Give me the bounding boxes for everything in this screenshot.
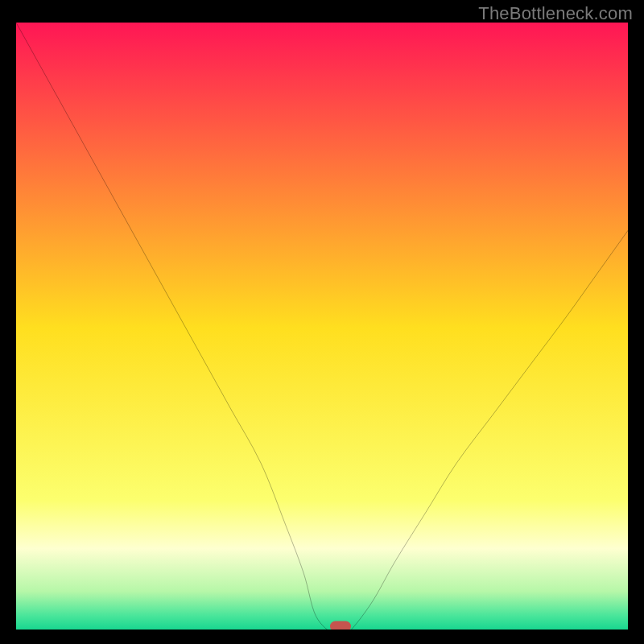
bottleneck-curve — [16, 23, 628, 630]
plot-area — [16, 23, 628, 630]
minimum-marker — [330, 621, 351, 630]
chart-frame: TheBottleneck.com — [0, 0, 644, 644]
watermark-label: TheBottleneck.com — [478, 3, 633, 24]
